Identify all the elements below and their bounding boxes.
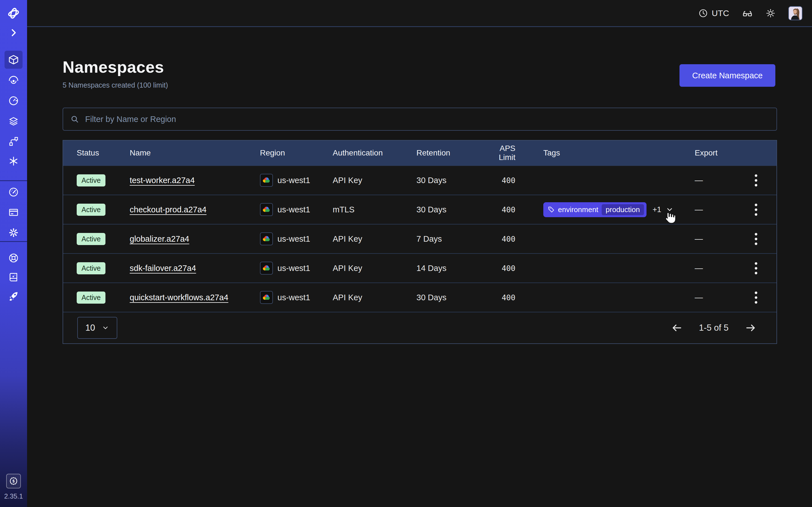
region-label: us-west1 <box>277 264 310 273</box>
gcp-cloud-icon <box>260 174 273 187</box>
status-badge: Active <box>77 262 105 274</box>
retention: 30 Days <box>416 293 481 302</box>
page-size-value: 10 <box>86 323 95 333</box>
tag-pill[interactable]: environment production <box>543 202 647 217</box>
timezone-label: UTC <box>712 8 729 18</box>
retention: 30 Days <box>416 205 481 214</box>
namespace-link[interactable]: globalizer.a27a4 <box>130 234 189 243</box>
prev-page-arrow-icon[interactable] <box>671 322 682 334</box>
aps-limit: 400 <box>502 264 515 273</box>
col-region: Region <box>260 149 333 158</box>
table-row: Active quickstart-workflows.a27a4 us-wes… <box>63 283 776 312</box>
tags-expand-chevron-icon[interactable] <box>666 206 673 214</box>
region-label: us-west1 <box>277 176 310 185</box>
namespace-link[interactable]: checkout-prod.a27a4 <box>130 205 206 214</box>
region-label: us-west1 <box>277 293 310 302</box>
sidebar-item-getting-started[interactable] <box>0 290 27 302</box>
namespaces-table: Status Name Region Authentication Retent… <box>63 140 777 344</box>
theme-toggle-sun-icon[interactable] <box>766 8 775 18</box>
user-avatar[interactable] <box>788 6 802 20</box>
sidebar-item-settings[interactable] <box>0 227 27 238</box>
pagination: 1-5 of 5 <box>671 322 756 334</box>
page-size-select[interactable]: 10 <box>77 317 117 339</box>
tag-value: production <box>602 204 644 215</box>
auth-method: API Key <box>333 264 416 273</box>
export-value: — <box>695 234 748 244</box>
table-row: Active test-worker.a27a4 us-west1 API Ke… <box>63 165 776 194</box>
gcp-cloud-icon <box>260 203 273 216</box>
pagination-range: 1-5 of 5 <box>699 323 728 333</box>
sidebar-item-schedules[interactable] <box>0 95 27 107</box>
reader-mode-glasses-icon[interactable] <box>742 8 753 18</box>
sidebar-divider <box>0 180 27 181</box>
region-label: us-west1 <box>277 234 310 244</box>
dollar-badge-icon: $ <box>9 476 18 486</box>
sidebar-item-support[interactable] <box>0 252 27 264</box>
credits-button[interactable]: $ <box>6 474 21 489</box>
gcp-cloud-icon <box>260 291 273 304</box>
namespace-link[interactable]: test-worker.a27a4 <box>130 176 195 185</box>
sidebar-item-docs[interactable] <box>0 272 27 283</box>
row-menu-kebab-icon[interactable] <box>753 172 760 189</box>
create-namespace-button[interactable]: Create Namespace <box>679 64 775 87</box>
next-page-arrow-icon[interactable] <box>745 322 756 334</box>
search-icon <box>70 115 79 123</box>
col-aps-limit: APS Limit <box>481 144 515 162</box>
row-menu-kebab-icon[interactable] <box>753 202 760 218</box>
gcp-cloud-icon <box>260 232 273 245</box>
table-row: Active globalizer.a27a4 us-west1 API Key… <box>63 224 776 253</box>
tags-cell: environment production +1 <box>515 202 695 217</box>
sidebar-item-observability[interactable] <box>0 75 27 86</box>
table-header-row: Status Name Region Authentication Retent… <box>63 140 776 165</box>
namespace-link[interactable]: sdk-failover.a27a4 <box>130 264 196 273</box>
retention: 30 Days <box>416 176 481 185</box>
cube-icon <box>8 54 19 66</box>
timezone-selector[interactable]: UTC <box>699 8 729 18</box>
aps-limit: 400 <box>502 293 515 302</box>
status-badge: Active <box>77 233 105 245</box>
export-value: — <box>695 293 748 302</box>
auth-method: API Key <box>333 234 416 244</box>
chevron-down-icon <box>102 324 109 332</box>
sidebar-item-billing[interactable] <box>0 207 27 218</box>
sidebar: $ 2.35.1 <box>0 0 27 507</box>
row-menu-kebab-icon[interactable] <box>753 289 760 306</box>
col-status: Status <box>77 149 130 158</box>
page-subtitle: 5 Namespaces created (100 limit) <box>63 81 168 89</box>
export-value: — <box>695 176 748 185</box>
col-retention: Retention <box>416 149 481 158</box>
retention: 14 Days <box>416 264 481 273</box>
main-content: Namespaces 5 Namespaces created (100 lim… <box>27 28 812 507</box>
namespace-link[interactable]: quickstart-workflows.a27a4 <box>130 293 229 302</box>
app-version: 2.35.1 <box>0 492 27 500</box>
auth-method: API Key <box>333 176 416 185</box>
row-menu-kebab-icon[interactable] <box>753 231 760 247</box>
filter-input[interactable] <box>85 115 769 124</box>
aps-limit: 400 <box>502 235 515 243</box>
col-export: Export <box>695 149 748 158</box>
aps-limit: 400 <box>502 205 515 214</box>
clock-icon <box>699 9 708 18</box>
auth-method: mTLS <box>333 205 416 214</box>
svg-text:$: $ <box>12 479 15 483</box>
table-row: Active sdk-failover.a27a4 us-west1 API K… <box>63 253 776 283</box>
sidebar-expand-chevron-icon[interactable] <box>0 27 27 38</box>
tag-icon <box>548 206 555 213</box>
sidebar-item-workflows[interactable] <box>0 136 27 147</box>
status-badge: Active <box>77 291 105 304</box>
temporal-logo-icon[interactable] <box>0 6 27 20</box>
sidebar-item-nexus[interactable] <box>0 156 27 167</box>
app-root: $ 2.35.1 UTC <box>0 0 812 507</box>
page-title: Namespaces <box>63 57 164 76</box>
table-footer: 10 1-5 of 5 <box>63 312 776 343</box>
sidebar-item-deployments[interactable] <box>0 115 27 127</box>
sidebar-item-usage[interactable] <box>0 186 27 198</box>
sidebar-item-namespaces[interactable] <box>4 51 22 69</box>
row-menu-kebab-icon[interactable] <box>753 260 760 277</box>
table-row: Active checkout-prod.a27a4 us-west1 mTLS… <box>63 194 776 224</box>
status-badge: Active <box>77 204 105 216</box>
retention: 7 Days <box>416 234 481 244</box>
region-label: us-west1 <box>277 205 310 214</box>
auth-method: API Key <box>333 293 416 302</box>
topbar: UTC <box>27 0 812 27</box>
